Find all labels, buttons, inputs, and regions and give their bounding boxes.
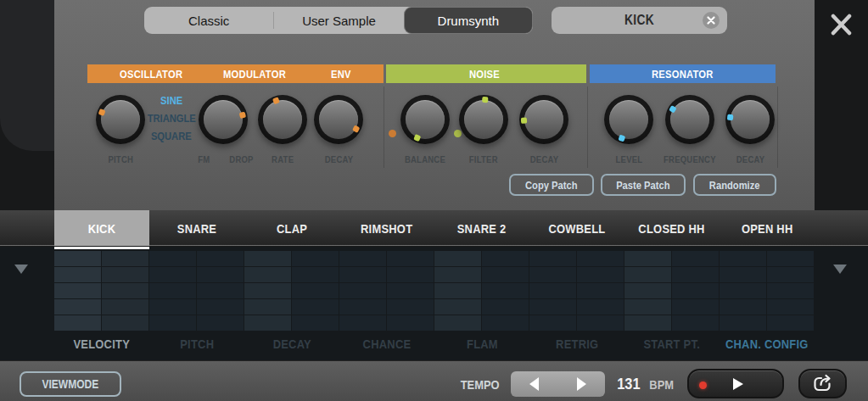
res-decay-knob[interactable]: [725, 95, 775, 144]
step-cell[interactable]: [54, 267, 101, 282]
step-cell[interactable]: [339, 315, 386, 331]
step-cell[interactable]: [624, 299, 671, 315]
param-tab-chan-config[interactable]: CHAN. CONFIG: [720, 334, 815, 353]
step-cell[interactable]: [54, 251, 101, 266]
step-cell[interactable]: [339, 267, 386, 282]
step-cell[interactable]: [149, 267, 196, 282]
step-cell[interactable]: [387, 267, 434, 282]
step-cell[interactable]: [434, 315, 481, 331]
step-cell[interactable]: [529, 283, 576, 298]
step-cell[interactable]: [244, 267, 291, 282]
step-cell[interactable]: [529, 299, 576, 315]
rate-knob[interactable]: [258, 95, 307, 144]
param-tab-chance[interactable]: CHANCE: [339, 334, 434, 353]
step-cell[interactable]: [244, 315, 291, 331]
waveform-option-triangle[interactable]: TRIANGLE: [143, 109, 199, 127]
step-cell[interactable]: [387, 299, 434, 315]
step-cell[interactable]: [577, 267, 624, 282]
track-tab-open-hh[interactable]: OPEN HH: [720, 210, 815, 246]
expand-left-icon[interactable]: [14, 265, 28, 274]
step-cell[interactable]: [197, 299, 244, 315]
waveform-option-sine[interactable]: SINE: [159, 92, 184, 109]
step-cell[interactable]: [244, 251, 291, 266]
step-cell[interactable]: [54, 283, 101, 298]
track-tab-clap[interactable]: CLAP: [244, 210, 339, 246]
step-cell[interactable]: [387, 315, 434, 331]
param-tab-decay[interactable]: DECAY: [244, 334, 339, 353]
expand-right-icon[interactable]: [833, 265, 847, 274]
export-button[interactable]: [798, 369, 847, 398]
step-cell[interactable]: [434, 267, 481, 282]
step-cell[interactable]: [244, 283, 291, 298]
copy-patch-button[interactable]: Copy Patch: [509, 174, 594, 196]
param-tab-retrig[interactable]: RETRIG: [529, 334, 624, 353]
step-cell[interactable]: [339, 283, 386, 298]
step-cell[interactable]: [720, 315, 766, 331]
step-cell[interactable]: [767, 251, 814, 266]
step-cell[interactable]: [102, 283, 148, 298]
step-cell[interactable]: [577, 299, 624, 315]
track-tab-snare-2[interactable]: SNARE 2: [434, 210, 529, 246]
close-panel-button[interactable]: [826, 11, 855, 38]
step-cell[interactable]: [292, 283, 339, 298]
track-tab-snare[interactable]: SNARE: [149, 210, 244, 246]
patch-name-field[interactable]: KICK: [552, 7, 727, 34]
step-cell[interactable]: [577, 251, 624, 266]
param-tab-start-pt[interactable]: START PT.: [624, 334, 720, 353]
step-cell[interactable]: [624, 315, 671, 331]
step-cell[interactable]: [149, 251, 196, 266]
track-tab-cowbell[interactable]: COWBELL: [529, 210, 624, 246]
waveform-option-square[interactable]: SQUARE: [148, 127, 195, 145]
balance-knob[interactable]: [400, 95, 450, 144]
param-tab-flam[interactable]: FLAM: [434, 334, 529, 353]
step-cell[interactable]: [102, 299, 148, 315]
step-cell[interactable]: [292, 315, 339, 331]
step-cell[interactable]: [529, 251, 576, 266]
step-cell[interactable]: [482, 283, 529, 298]
step-cell[interactable]: [482, 299, 529, 315]
step-cell[interactable]: [387, 283, 434, 298]
step-cell[interactable]: [672, 283, 719, 298]
track-tab-closed-hh[interactable]: CLOSED HH: [624, 210, 720, 246]
record-indicator-icon[interactable]: [699, 382, 707, 389]
step-cell[interactable]: [434, 283, 481, 298]
play-button[interactable]: [687, 369, 784, 398]
step-cell[interactable]: [197, 267, 244, 282]
step-cell[interactable]: [720, 251, 766, 266]
step-cell[interactable]: [672, 315, 719, 331]
frequency-knob[interactable]: [665, 95, 714, 144]
step-cell[interactable]: [292, 267, 339, 282]
pitch-knob[interactable]: [96, 95, 145, 144]
randomize-button[interactable]: Randomize: [693, 174, 776, 196]
step-cell[interactable]: [624, 267, 671, 282]
param-tab-pitch[interactable]: PITCH: [149, 334, 244, 353]
step-cell[interactable]: [672, 251, 719, 266]
step-cell[interactable]: [434, 299, 481, 315]
step-cell[interactable]: [102, 251, 148, 266]
step-cell[interactable]: [767, 315, 814, 331]
step-cell[interactable]: [529, 267, 576, 282]
step-cell[interactable]: [149, 315, 196, 331]
step-cell[interactable]: [577, 283, 624, 298]
paste-patch-button[interactable]: Paste Patch: [601, 174, 686, 196]
type-tab-user-sample[interactable]: User Sample: [274, 7, 403, 34]
type-tab-drumsynth[interactable]: Drumsynth: [404, 7, 533, 34]
fm-drop-knob[interactable]: [199, 95, 248, 144]
env-decay-knob[interactable]: [314, 95, 363, 144]
step-cell[interactable]: [54, 299, 101, 315]
track-tab-rimshot[interactable]: RIMSHOT: [339, 210, 434, 246]
step-cell[interactable]: [624, 283, 671, 298]
step-cell[interactable]: [767, 299, 814, 315]
step-cell[interactable]: [197, 251, 244, 266]
step-cell[interactable]: [767, 283, 814, 298]
step-cell[interactable]: [339, 299, 386, 315]
step-cell[interactable]: [672, 299, 719, 315]
step-cell[interactable]: [624, 251, 671, 266]
step-cell[interactable]: [387, 251, 434, 266]
step-cell[interactable]: [482, 267, 529, 282]
step-cell[interactable]: [482, 315, 529, 331]
step-cell[interactable]: [339, 251, 386, 266]
noise-decay-knob[interactable]: [519, 95, 568, 144]
viewmode-button[interactable]: VIEWMODE: [20, 371, 121, 397]
step-cell[interactable]: [292, 251, 339, 266]
